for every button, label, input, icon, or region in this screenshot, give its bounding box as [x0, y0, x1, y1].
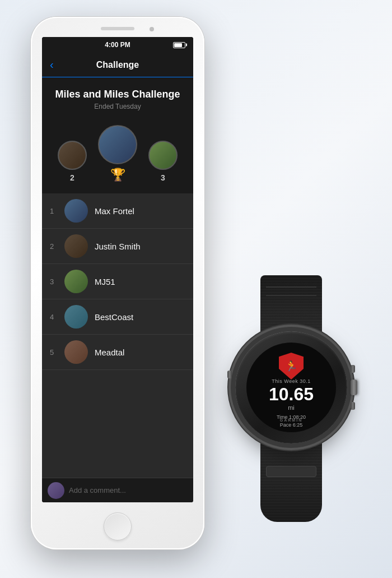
watch-button-top[interactable] [351, 365, 355, 373]
avatar-face-third [150, 142, 176, 169]
avatar-face-second [59, 142, 86, 169]
challenge-subtitle: Ended Tuesday [51, 103, 184, 110]
username-max-fortel: Max Fortel [95, 206, 134, 216]
avatar-mj51 [64, 270, 88, 293]
comment-user-avatar [48, 482, 64, 499]
phone-screen: 4:00 PM ‹ Challenge Miles and Miles Chal… [42, 37, 193, 502]
battery-fill [174, 43, 182, 47]
nav-bar: ‹ Challenge [42, 53, 193, 77]
podium-first: 🏆1 [98, 125, 137, 182]
watch-device: 🏃 This Week 30.1 10.65 mi Time 1:08:20 P… [202, 275, 381, 544]
comment-input[interactable]: Add a comment... [69, 486, 188, 494]
status-time: 4:00 PM [105, 41, 130, 49]
podium-third-rank: 3 [161, 173, 165, 182]
podium-first-rank: 🏆1 [110, 168, 125, 182]
leaderboard: 1 Max Fortel 2 Justin Smith 3 MJ5 [42, 193, 193, 478]
home-button[interactable] [104, 512, 132, 540]
podium-second-avatar [58, 141, 87, 170]
phone-camera [150, 27, 154, 31]
phone-device: 4:00 PM ‹ Challenge Miles and Miles Chal… [31, 17, 204, 549]
podium-third: 3 [148, 141, 178, 182]
username-justin-smith: Justin Smith [95, 242, 141, 251]
watch-button-bottom[interactable] [351, 402, 355, 410]
watch-distance-value: 10.65 [269, 385, 314, 403]
back-button[interactable]: ‹ [50, 58, 54, 71]
watch-case: 🏃 This Week 30.1 10.65 mi Time 1:08:20 P… [235, 331, 347, 443]
shield-shape: 🏃 [279, 353, 304, 380]
avatar-meadtal [64, 340, 88, 364]
watch-clasp [266, 466, 316, 477]
status-bar: 4:00 PM [42, 37, 193, 53]
watch-screen: 🏃 This Week 30.1 10.65 mi Time 1:08:20 P… [246, 343, 336, 432]
watch-band-bottom [260, 443, 322, 522]
band-texture-bottom [260, 443, 322, 522]
watch-unit-label: mi [269, 404, 314, 411]
challenge-header: Miles and Miles Challenge Ended Tuesday [42, 77, 193, 119]
screen-content: Miles and Miles Challenge Ended Tuesday … [42, 77, 193, 502]
avatar-justin-smith [64, 234, 88, 258]
watch-brand: GARMIN [280, 418, 302, 422]
rank-3: 3 [50, 278, 58, 286]
avatar-max-fortel [64, 199, 88, 223]
podium-third-avatar [148, 141, 178, 170]
list-item: 1 Max Fortel [42, 193, 193, 229]
podium-second-rank: 2 [70, 173, 74, 182]
username-bestcoast: BestCoast [95, 312, 133, 322]
username-mj51: MJ51 [95, 277, 115, 286]
list-item: 2 Justin Smith [42, 229, 193, 264]
battery-icon [173, 42, 185, 48]
podium-area: 2 🏆1 [42, 119, 193, 193]
podium-first-avatar [98, 125, 137, 164]
rank-4: 4 [50, 313, 58, 321]
list-item: 5 Meadtal [42, 335, 193, 370]
watch-crown[interactable] [351, 380, 357, 395]
rank-1: 1 [50, 207, 58, 215]
list-item: 3 MJ51 [42, 264, 193, 299]
watch-pace: Pace 6:25 [269, 421, 314, 429]
nav-title: Challenge [96, 60, 139, 70]
username-meadtal: Meadtal [95, 348, 124, 357]
avatar-face-first [99, 126, 136, 163]
phone-shell: 4:00 PM ‹ Challenge Miles and Miles Chal… [31, 17, 204, 549]
rank-5: 5 [50, 348, 58, 357]
watch-band-top [260, 275, 322, 331]
rank-2: 2 [50, 242, 58, 251]
comment-bar: Add a comment... [42, 478, 193, 502]
band-texture-top [260, 275, 322, 331]
run-icon: 🏃 [285, 360, 297, 372]
phone-screen-container: 4:00 PM ‹ Challenge Miles and Miles Chal… [42, 37, 193, 502]
gold-number: 1 [115, 171, 119, 179]
watch-shield-icon: 🏃 [279, 353, 304, 380]
challenge-title: Miles and Miles Challenge [51, 89, 184, 100]
watch-button-left[interactable] [227, 371, 232, 378]
list-item: 4 BestCoast [42, 299, 193, 335]
avatar-bestcoast [64, 305, 88, 329]
podium-second: 2 [58, 141, 87, 182]
phone-speaker [101, 27, 134, 30]
